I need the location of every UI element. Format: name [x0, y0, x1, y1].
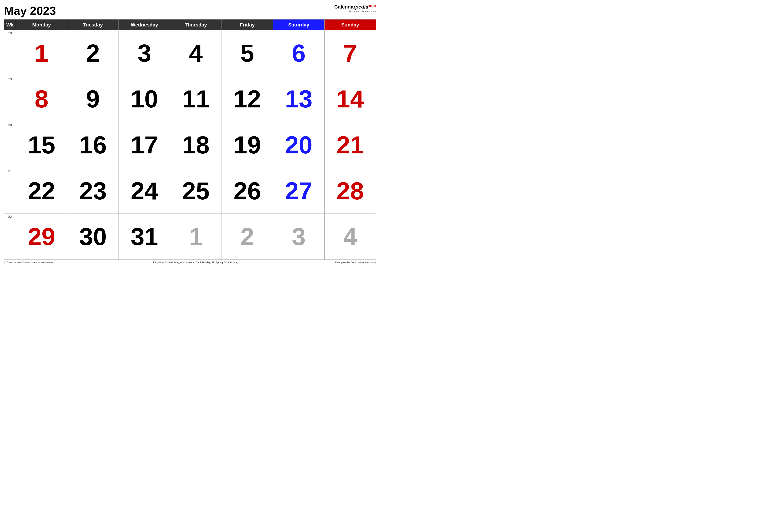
day-number: 19: [223, 123, 271, 167]
day-cell[interactable]: 6: [273, 30, 324, 76]
day-number: 3: [120, 31, 168, 75]
day-cell[interactable]: 2: [221, 214, 273, 260]
day-cell[interactable]: 2: [67, 30, 119, 76]
day-cell[interactable]: 11: [170, 76, 221, 122]
week-row: 2122232425262728: [4, 168, 376, 214]
day-number: 8: [17, 77, 66, 121]
day-cell[interactable]: 15: [16, 122, 67, 168]
footer-center: 1: Early May Bank Holiday, 8: Coronation…: [150, 261, 238, 264]
day-number: 5: [223, 31, 271, 75]
day-number: 3: [274, 215, 323, 259]
logo-area: Calendarpediaco.uk Your source for calen…: [334, 4, 376, 13]
header-sunday: Sunday: [324, 20, 376, 30]
day-number: 31: [120, 215, 168, 259]
day-number: 1: [171, 215, 220, 259]
day-cell[interactable]: 19: [221, 122, 273, 168]
header: May 2023 Calendarpediaco.uk Your source …: [4, 4, 376, 18]
day-number: 11: [171, 77, 220, 121]
day-cell[interactable]: 30: [67, 214, 119, 260]
day-cell[interactable]: 16: [67, 122, 119, 168]
day-cell[interactable]: 22: [16, 168, 67, 214]
day-cell[interactable]: 3: [273, 214, 324, 260]
day-number: 26: [223, 169, 271, 213]
header-thursday: Thursday: [170, 20, 221, 30]
day-number: 14: [326, 77, 374, 121]
day-cell[interactable]: 18: [170, 122, 221, 168]
header-saturday: Saturday: [273, 20, 324, 30]
week-row: 2015161718192021: [4, 122, 376, 168]
day-number: 30: [69, 215, 117, 259]
day-number: 28: [326, 169, 374, 213]
week-number: 21: [4, 168, 16, 214]
day-number: 7: [326, 31, 374, 75]
header-wk: Wk: [4, 20, 16, 30]
day-number: 16: [69, 123, 117, 167]
calendar-table: Wk Monday Tuesday Wednesday Thursday Fri…: [4, 19, 376, 260]
day-number: 21: [326, 123, 374, 167]
day-number: 15: [17, 123, 66, 167]
day-number: 22: [17, 169, 66, 213]
day-number: 6: [274, 31, 323, 75]
logo-pedia: pedia: [356, 4, 368, 10]
day-cell[interactable]: 8: [16, 76, 67, 122]
day-cell[interactable]: 31: [119, 214, 170, 260]
day-cell[interactable]: 17: [119, 122, 170, 168]
header-wednesday: Wednesday: [119, 20, 170, 30]
week-number: 22: [4, 214, 16, 260]
month-title: May 2023: [4, 4, 56, 18]
week-row: 181234567: [4, 30, 376, 76]
day-cell[interactable]: 20: [273, 122, 324, 168]
logo-text: Calendarpediaco.uk: [334, 4, 376, 10]
day-cell[interactable]: 28: [324, 168, 376, 214]
day-cell[interactable]: 25: [170, 168, 221, 214]
footer-left: © Calendarpedia® www.calendarpedia.co.uk: [4, 261, 53, 264]
day-number: 18: [171, 123, 220, 167]
day-number: 4: [171, 31, 220, 75]
day-cell[interactable]: 3: [119, 30, 170, 76]
day-cell[interactable]: 4: [170, 30, 221, 76]
day-cell[interactable]: 5: [221, 30, 273, 76]
day-number: 23: [69, 169, 117, 213]
day-cell[interactable]: 13: [273, 76, 324, 122]
day-cell[interactable]: 24: [119, 168, 170, 214]
day-number: 2: [223, 215, 271, 259]
day-number: 10: [120, 77, 168, 121]
day-cell[interactable]: 14: [324, 76, 376, 122]
day-cell[interactable]: 26: [221, 168, 273, 214]
day-cell[interactable]: 9: [67, 76, 119, 122]
day-number: 1: [17, 31, 66, 75]
day-cell[interactable]: 12: [221, 76, 273, 122]
header-tuesday: Tuesday: [67, 20, 119, 30]
footer: © Calendarpedia® www.calendarpedia.co.uk…: [4, 261, 376, 264]
week-row: 222930311234: [4, 214, 376, 260]
day-number: 27: [274, 169, 323, 213]
day-cell[interactable]: 29: [16, 214, 67, 260]
logo-subtitle: Your source for calendars: [348, 10, 376, 13]
day-number: 24: [120, 169, 168, 213]
day-number: 17: [120, 123, 168, 167]
footer-right: Data provided 'as is' without warranty: [335, 261, 376, 264]
day-cell[interactable]: 23: [67, 168, 119, 214]
day-number: 12: [223, 77, 271, 121]
week-number: 18: [4, 30, 16, 76]
header-row: Wk Monday Tuesday Wednesday Thursday Fri…: [4, 20, 376, 30]
day-number: 13: [274, 77, 323, 121]
day-number: 25: [171, 169, 220, 213]
day-cell[interactable]: 27: [273, 168, 324, 214]
week-number: 20: [4, 122, 16, 168]
day-number: 9: [69, 77, 117, 121]
day-number: 20: [274, 123, 323, 167]
calendar-page: May 2023 Calendarpediaco.uk Your source …: [0, 0, 380, 266]
day-cell[interactable]: 21: [324, 122, 376, 168]
day-cell[interactable]: 1: [16, 30, 67, 76]
day-cell[interactable]: 10: [119, 76, 170, 122]
day-cell[interactable]: 1: [170, 214, 221, 260]
day-cell[interactable]: 4: [324, 214, 376, 260]
day-number: 4: [326, 215, 374, 259]
day-cell[interactable]: 7: [324, 30, 376, 76]
day-number: 29: [17, 215, 66, 259]
header-friday: Friday: [221, 20, 273, 30]
header-monday: Monday: [16, 20, 67, 30]
week-row: 19891011121314: [4, 76, 376, 122]
logo-co: co.uk: [368, 4, 376, 7]
